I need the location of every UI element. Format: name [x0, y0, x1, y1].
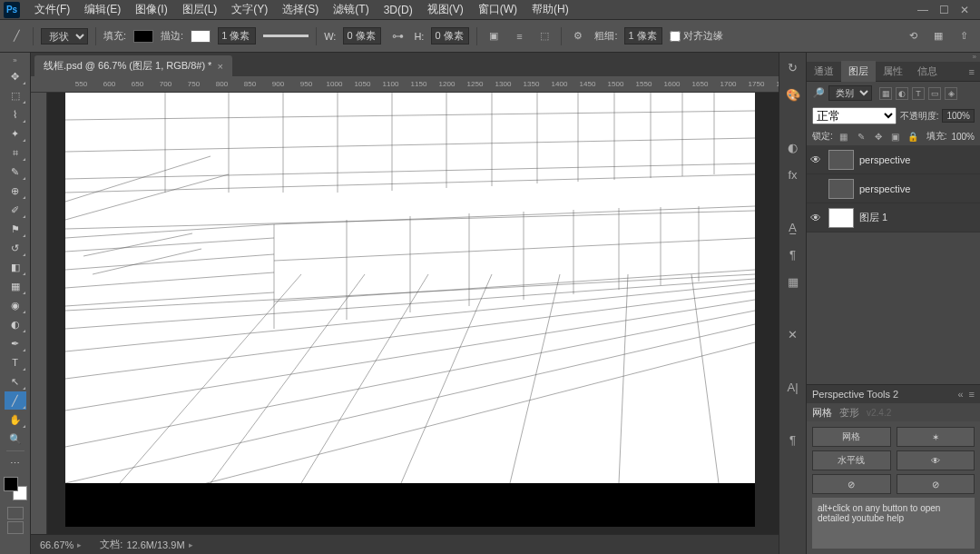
- filter-shape-icon[interactable]: ▭: [928, 87, 941, 100]
- filter-adjustment-icon[interactable]: ◐: [896, 87, 908, 100]
- paragraph-styles-icon[interactable]: ¶: [784, 430, 802, 449]
- menu-view[interactable]: 视图(V): [420, 2, 471, 17]
- marquee-tool[interactable]: ⬚: [5, 86, 26, 104]
- filter-type-icon[interactable]: T: [912, 87, 925, 100]
- quick-mask-icon[interactable]: [7, 507, 24, 519]
- window-maximize-icon[interactable]: ☐: [939, 4, 949, 16]
- color-swatches[interactable]: [4, 477, 27, 500]
- blur-tool[interactable]: ◉: [5, 296, 26, 314]
- tab-info[interactable]: 信息: [910, 61, 945, 82]
- menu-window[interactable]: 窗口(W): [471, 2, 524, 17]
- quick-select-tool[interactable]: ✦: [5, 124, 26, 143]
- eyedropper-tool[interactable]: ✎: [5, 163, 26, 181]
- lasso-tool[interactable]: ⌇: [5, 105, 26, 124]
- tools-panel-icon[interactable]: ✕: [784, 325, 802, 343]
- tab-layers[interactable]: 图层: [841, 61, 876, 82]
- menu-file[interactable]: 文件(F): [27, 2, 77, 17]
- healing-brush-tool[interactable]: ⊕: [5, 182, 26, 200]
- character-panel-icon[interactable]: A̲: [784, 218, 802, 236]
- close-tab-icon[interactable]: ×: [217, 61, 222, 72]
- glyphs-panel-icon[interactable]: A|: [784, 378, 802, 396]
- crop-tool[interactable]: ⌗: [5, 143, 26, 162]
- layer-row[interactable]: perspective: [807, 174, 980, 203]
- fill-input[interactable]: 100%: [951, 132, 975, 142]
- layer-name[interactable]: perspective: [859, 154, 910, 165]
- stroke-swatch[interactable]: [191, 30, 211, 43]
- opacity-input[interactable]: 100%: [942, 109, 975, 123]
- lock-transparency-icon[interactable]: ▦: [838, 130, 850, 143]
- fill-swatch[interactable]: [133, 30, 153, 43]
- tab-properties[interactable]: 属性: [876, 61, 910, 82]
- align-edges-checkbox[interactable]: 对齐边缘: [670, 29, 723, 43]
- adjustments-panel-icon[interactable]: ◐: [784, 138, 802, 156]
- menu-help[interactable]: 帮助(H): [524, 2, 576, 17]
- path-select-tool[interactable]: ↖: [5, 372, 26, 391]
- toolbar-expand-icon[interactable]: »: [13, 56, 16, 64]
- blend-mode-select[interactable]: 正常: [812, 107, 897, 124]
- layer-thumbnail[interactable]: [828, 150, 854, 170]
- menu-type[interactable]: 文字(Y): [224, 2, 275, 17]
- perspective-hide-button[interactable]: ⊘: [812, 474, 891, 494]
- layer-row[interactable]: 👁 图层 1: [807, 203, 980, 232]
- lock-pixels-icon[interactable]: ✎: [855, 130, 867, 143]
- perspective-tab-warp[interactable]: 变形: [839, 406, 859, 420]
- workspace-reset-icon[interactable]: ⟲: [904, 27, 922, 45]
- zoom-tool[interactable]: 🔍: [5, 430, 26, 448]
- width-input[interactable]: 0 像素: [343, 27, 381, 45]
- link-dimensions-icon[interactable]: ⊶: [388, 27, 407, 45]
- panel-menu-icon[interactable]: ≡: [969, 389, 975, 400]
- gradient-tool[interactable]: ▦: [5, 277, 26, 295]
- perspective-horizon-button[interactable]: 水平线: [812, 450, 891, 470]
- layer-filter-kind[interactable]: 类别: [828, 85, 872, 101]
- tool-preset-icon[interactable]: ╱: [7, 27, 25, 45]
- history-brush-tool[interactable]: ↺: [5, 239, 26, 257]
- lock-artboard-icon[interactable]: ▣: [889, 130, 902, 143]
- stroke-width-input[interactable]: 1 像素: [218, 27, 256, 45]
- eraser-tool[interactable]: ◧: [5, 258, 26, 276]
- foreground-color[interactable]: [4, 477, 18, 491]
- pen-tool[interactable]: ✒: [5, 334, 26, 352]
- path-operations-icon[interactable]: ▣: [485, 27, 503, 45]
- color-panel-icon[interactable]: 🎨: [784, 85, 802, 104]
- paragraph-panel-icon[interactable]: ¶: [784, 245, 802, 263]
- menu-select[interactable]: 选择(S): [275, 2, 326, 17]
- panel-collapse-icon[interactable]: «: [957, 389, 963, 400]
- menu-layer[interactable]: 图层(L): [175, 2, 225, 17]
- menu-edit[interactable]: 编辑(E): [77, 2, 128, 17]
- stroke-style-select[interactable]: [263, 35, 309, 37]
- history-panel-icon[interactable]: ↻: [784, 58, 802, 76]
- menu-filter[interactable]: 滤镜(T): [326, 2, 376, 17]
- lock-position-icon[interactable]: ✥: [872, 130, 885, 143]
- ruler-horizontal[interactable]: 5506006507007508008509009501000105011001…: [31, 76, 779, 93]
- zoom-field[interactable]: 66.67% ▸: [40, 539, 82, 550]
- perspective-rays-button[interactable]: ✶: [897, 427, 975, 447]
- document-info[interactable]: 文档: 12.6M/13.9M ▸: [100, 538, 192, 551]
- path-align-icon[interactable]: ≡: [510, 27, 528, 45]
- window-minimize-icon[interactable]: —: [917, 4, 928, 16]
- visibility-toggle-icon[interactable]: 👁: [810, 153, 823, 166]
- layer-name[interactable]: 图层 1: [859, 211, 887, 224]
- document-tab[interactable]: 线框.psd @ 66.7% (图层 1, RGB/8#) * ×: [34, 55, 232, 76]
- menu-image[interactable]: 图像(I): [128, 2, 174, 17]
- brush-tool[interactable]: ✐: [5, 201, 26, 219]
- height-input[interactable]: 0 像素: [431, 27, 469, 45]
- tab-channels[interactable]: 通道: [807, 61, 841, 82]
- menu-3d[interactable]: 3D(D): [377, 4, 420, 16]
- clone-stamp-tool[interactable]: ⚑: [5, 220, 26, 238]
- weight-input[interactable]: 1 像素: [624, 27, 662, 45]
- filter-smartobj-icon[interactable]: ◈: [945, 87, 957, 100]
- perspective-toggle-button[interactable]: 👁: [897, 450, 975, 470]
- brushes-panel-icon[interactable]: fx: [784, 165, 802, 183]
- canvas[interactable]: [65, 93, 755, 483]
- dodge-tool[interactable]: ◐: [5, 315, 26, 333]
- styles-panel-icon[interactable]: ▦: [784, 272, 802, 291]
- line-tool[interactable]: ╱: [5, 391, 26, 410]
- layer-name[interactable]: perspective: [859, 183, 910, 194]
- perspective-tab-grid[interactable]: 网格: [812, 406, 832, 420]
- search-icon[interactable]: 🔎: [812, 87, 825, 99]
- layer-thumbnail[interactable]: [828, 179, 854, 199]
- lock-all-icon[interactable]: 🔒: [906, 130, 919, 143]
- panel-menu-icon[interactable]: ≡: [964, 66, 980, 77]
- layer-thumbnail[interactable]: [828, 208, 854, 228]
- gear-icon[interactable]: ⚙: [569, 27, 587, 45]
